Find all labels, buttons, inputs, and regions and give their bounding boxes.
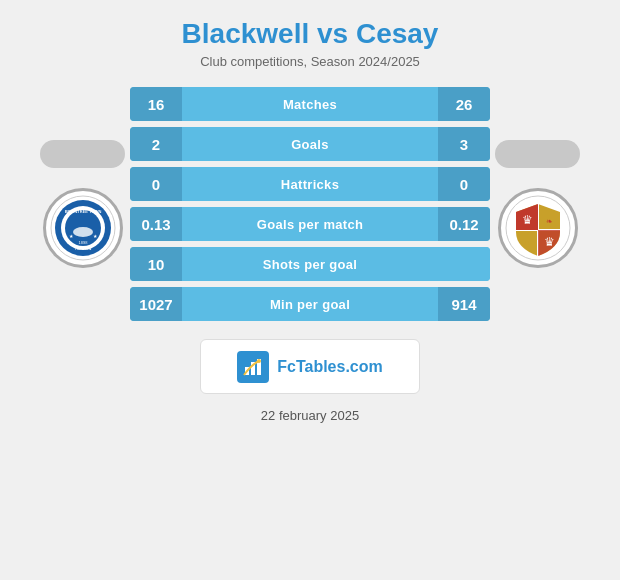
comparison-area: BRAINTREE TOWN THE IRON ★ ★ 1898 16Match… — [10, 87, 610, 321]
stat-right-min-per-goal: 914 — [438, 287, 490, 321]
stats-area: 16Matches262Goals30Hattricks00.13Goals p… — [130, 87, 490, 321]
stat-row-goals: 2Goals3 — [130, 127, 490, 161]
right-team-badge: ♛ ❧ ❧ ♛ — [498, 188, 578, 268]
stat-label-goals-per-match: Goals per match — [182, 217, 438, 232]
svg-text:❧: ❧ — [545, 217, 552, 226]
stat-right-goals-per-match: 0.12 — [438, 207, 490, 241]
stat-left-shots-per-goal: 10 — [130, 247, 182, 281]
svg-text:❧: ❧ — [523, 239, 530, 248]
team-logo-left: BRAINTREE TOWN THE IRON ★ ★ 1898 — [40, 140, 130, 268]
svg-text:♛: ♛ — [543, 235, 554, 249]
stat-right-shots-per-goal — [438, 247, 490, 281]
stat-left-matches: 16 — [130, 87, 182, 121]
svg-text:1898: 1898 — [78, 240, 88, 245]
stat-row-shots-per-goal: 10Shots per goal — [130, 247, 490, 281]
svg-text:♛: ♛ — [521, 213, 532, 227]
stat-label-shots-per-goal: Shots per goal — [182, 257, 438, 272]
stat-row-hattricks: 0Hattricks0 — [130, 167, 490, 201]
team-pill-left — [40, 140, 125, 168]
stat-right-matches: 26 — [438, 87, 490, 121]
svg-text:BRAINTREE TOWN: BRAINTREE TOWN — [64, 209, 101, 214]
stat-label-hattricks: Hattricks — [182, 177, 438, 192]
stat-left-goals-per-match: 0.13 — [130, 207, 182, 241]
stat-left-hattricks: 0 — [130, 167, 182, 201]
stat-row-matches: 16Matches26 — [130, 87, 490, 121]
fctables-banner: FcTables.com — [200, 339, 420, 394]
stat-right-hattricks: 0 — [438, 167, 490, 201]
left-team-badge: BRAINTREE TOWN THE IRON ★ ★ 1898 — [43, 188, 123, 268]
fctables-icon — [237, 351, 269, 383]
svg-text:THE IRON: THE IRON — [74, 247, 91, 251]
footer-date: 22 february 2025 — [261, 408, 359, 423]
svg-point-20 — [257, 359, 261, 363]
svg-point-4 — [73, 227, 93, 237]
stat-right-goals: 3 — [438, 127, 490, 161]
page-subtitle: Club competitions, Season 2024/2025 — [200, 54, 420, 69]
team-pill-right — [495, 140, 580, 168]
stat-label-goals: Goals — [182, 137, 438, 152]
stat-label-matches: Matches — [182, 97, 438, 112]
team-logo-right: ♛ ❧ ❧ ♛ — [490, 140, 580, 268]
page-wrapper: Blackwell vs Cesay Club competitions, Se… — [0, 0, 620, 580]
fctables-text: FcTables.com — [277, 358, 383, 376]
page-title: Blackwell vs Cesay — [182, 18, 439, 50]
stat-label-min-per-goal: Min per goal — [182, 297, 438, 312]
stat-left-goals: 2 — [130, 127, 182, 161]
stat-row-min-per-goal: 1027Min per goal914 — [130, 287, 490, 321]
stat-row-goals-per-match: 0.13Goals per match0.12 — [130, 207, 490, 241]
stat-left-min-per-goal: 1027 — [130, 287, 182, 321]
